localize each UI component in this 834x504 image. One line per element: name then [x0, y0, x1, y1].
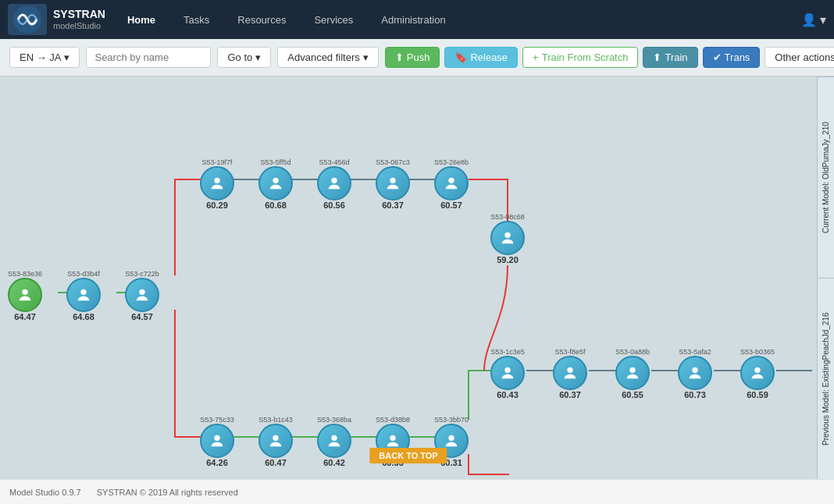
node-s53-368ba[interactable]: S53-368ba 60.42	[317, 416, 351, 467]
svg-point-29	[754, 367, 760, 373]
language-selector[interactable]: EN → JA ▾	[9, 47, 80, 68]
side-panel: Current Model: OldPumaJy_210 Previous Mo…	[817, 76, 834, 479]
current-model-label: Current Model: OldPumaJy_210	[818, 76, 834, 278]
push-button[interactable]: ⬆ Push	[385, 47, 440, 68]
node-s53-83e36[interactable]: S53-83e36 64.47	[8, 270, 42, 321]
nav-resources[interactable]: Resources	[231, 11, 292, 29]
node-s53-c722b[interactable]: S53-c722b 64.57	[125, 270, 159, 321]
release-button[interactable]: 🔖 Release	[444, 47, 518, 68]
svg-point-30	[214, 435, 219, 441]
node-s53-5ff5d[interactable]: S53-5ff5d 60.68	[258, 158, 293, 210]
svg-point-31	[273, 435, 278, 441]
trans-button[interactable]: ✔ Trans	[703, 47, 761, 68]
navbar: SYSTRAN modelStudio Home Tasks Resources…	[0, 0, 834, 39]
svg-point-34	[448, 435, 454, 441]
svg-point-18	[139, 289, 144, 295]
svg-point-23	[448, 178, 454, 183]
node-s53-08c68[interactable]: S53-08c68 59.20	[490, 213, 525, 264]
svg-point-27	[629, 367, 635, 373]
svg-point-26	[567, 367, 572, 373]
node-s53-d3b4f[interactable]: S53-d3b4f 64.68	[66, 270, 101, 321]
other-actions-button[interactable]: Other actions ▾	[764, 47, 834, 68]
svg-point-16	[22, 289, 27, 295]
train-from-scratch-button[interactable]: + Train From Scratch	[522, 47, 638, 68]
brand-logo	[8, 4, 47, 35]
graph-area[interactable]: S53-83e36 64.47 S53-d3b4f 64.68 S53-c722…	[0, 76, 817, 479]
nav-tasks[interactable]: Tasks	[177, 11, 216, 29]
search-input[interactable]	[86, 47, 211, 68]
footer-copyright: SYSTRAN © 2019 All rights reserved	[97, 488, 238, 497]
brand-text: SYSTRAN modelStudio	[53, 8, 105, 31]
user-menu[interactable]: 👤▾	[801, 12, 826, 27]
node-s53-b1c43[interactable]: S53-b1c43 60.47	[258, 416, 293, 467]
footer-version: Model Studio 0.9.7	[9, 488, 81, 497]
nav-administration[interactable]: Administration	[375, 11, 451, 29]
nav-items: Home Tasks Resources Services Administra…	[121, 11, 801, 29]
node-s53-26e8b[interactable]: S53-26e8b 60.57	[434, 158, 469, 210]
svg-point-19	[214, 178, 219, 183]
footer: Model Studio 0.9.7 SYSTRAN © 2019 All ri…	[0, 479, 834, 504]
svg-point-24	[504, 232, 510, 238]
advanced-filters-button[interactable]: Advanced filters ▾	[277, 47, 379, 68]
train-button[interactable]: ⬆ Train	[643, 47, 697, 68]
node-s53-19f7f[interactable]: S53-19f7f 60.29	[200, 158, 234, 210]
node-s53-1c3e5[interactable]: S53-1c3e5 60.43	[490, 348, 525, 399]
svg-point-33	[390, 435, 395, 441]
brand: SYSTRAN modelStudio	[8, 4, 105, 35]
main-content: S53-83e36 64.47 S53-d3b4f 64.68 S53-c722…	[0, 76, 834, 479]
svg-point-17	[80, 289, 86, 295]
node-s53-5afa2[interactable]: S53-5afa2 60.73	[678, 348, 712, 399]
svg-point-21	[331, 178, 337, 183]
node-s53-b0365[interactable]: S53-b0365 60.59	[740, 348, 775, 399]
svg-point-25	[504, 367, 510, 373]
goto-button[interactable]: Go to ▾	[217, 47, 271, 68]
node-s53-067c3[interactable]: S53-067c3 60.37	[376, 158, 410, 210]
svg-point-28	[692, 367, 697, 373]
node-s53-456d[interactable]: S53-456d 60.56	[317, 158, 351, 210]
node-s53-f8e5f[interactable]: S53-f8e5f 60.37	[553, 348, 587, 399]
toolbar: EN → JA ▾ Go to ▾ Advanced filters ▾ ⬆ P…	[0, 39, 834, 76]
svg-point-22	[390, 178, 395, 183]
svg-point-32	[331, 435, 337, 441]
svg-point-20	[273, 178, 278, 183]
back-to-top-button[interactable]: BACK TO TOP	[369, 448, 447, 463]
node-s53-75c33[interactable]: S53-75c33 64.26	[200, 416, 234, 467]
node-s53-0a88b[interactable]: S53-0a88b 60.55	[615, 348, 650, 399]
nav-home[interactable]: Home	[121, 11, 162, 29]
previous-model-label: Previous Model: ExistingPeachJd_216	[818, 278, 834, 479]
nav-services[interactable]: Services	[308, 11, 359, 29]
toolbar-right: ⬆ Push 🔖 Release + Train From Scratch ⬆ …	[385, 47, 834, 68]
